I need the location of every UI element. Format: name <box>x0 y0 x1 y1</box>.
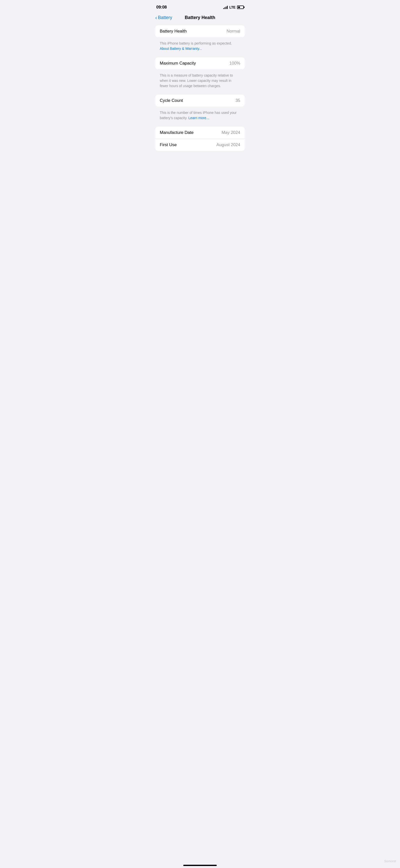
about-battery-link[interactable]: About Battery & Warranty... <box>160 46 202 51</box>
maximum-capacity-value: 100% <box>230 61 240 66</box>
section-gap-1 <box>155 55 245 57</box>
maximum-capacity-card: Maximum Capacity 100% <box>155 57 245 69</box>
signal-bar-3 <box>226 6 227 9</box>
nav-bar: ‹ Battery Battery Health <box>151 13 249 23</box>
manufacture-date-value: May 2024 <box>222 130 240 135</box>
cycle-count-row: Cycle Count 35 <box>155 95 245 106</box>
dates-card: Manufacture Date May 2024 First Use Augu… <box>155 127 245 151</box>
back-button-label: Battery <box>158 15 172 20</box>
status-time: 09:08 <box>156 5 167 10</box>
battery-health-description: This iPhone battery is performing as exp… <box>155 39 245 55</box>
battery-status-icon <box>237 5 244 9</box>
cycle-count-value: 35 <box>235 98 240 103</box>
first-use-row: First Use August 2024 <box>155 139 245 151</box>
battery-health-row: Battery Health Normal <box>155 25 245 37</box>
page-title: Battery Health <box>185 15 215 20</box>
signal-bar-2 <box>225 7 225 9</box>
lte-label: LTE <box>229 5 235 9</box>
chevron-left-icon: ‹ <box>155 15 157 20</box>
maximum-capacity-description: This is a measure of battery capacity re… <box>155 71 245 92</box>
cycle-count-card: Cycle Count 35 <box>155 95 245 106</box>
back-button[interactable]: ‹ Battery <box>155 15 180 20</box>
signal-bars-icon <box>223 5 228 9</box>
section-gap-3 <box>155 124 245 127</box>
first-use-value: August 2024 <box>216 143 240 148</box>
manufacture-date-row: Manufacture Date May 2024 <box>155 127 245 139</box>
battery-health-card: Battery Health Normal <box>155 25 245 37</box>
battery-health-value: Normal <box>227 29 240 34</box>
learn-more-link[interactable]: Learn more... <box>188 116 209 120</box>
first-use-label: First Use <box>160 143 177 148</box>
status-bar: 09:08 LTE <box>151 0 249 13</box>
battery-health-label: Battery Health <box>160 29 187 34</box>
maximum-capacity-label: Maximum Capacity <box>160 61 196 66</box>
cycle-count-description: This is the number of times iPhone has u… <box>155 108 245 124</box>
battery-fill <box>238 6 240 8</box>
cycle-count-label: Cycle Count <box>160 98 183 103</box>
signal-bar-4 <box>227 6 228 9</box>
signal-bar-1 <box>223 8 224 9</box>
section-gap-2 <box>155 92 245 95</box>
status-icons: LTE <box>223 5 244 9</box>
content-area: Battery Health Normal This iPhone batter… <box>151 23 249 155</box>
maximum-capacity-row: Maximum Capacity 100% <box>155 57 245 69</box>
battery-body <box>237 5 244 9</box>
manufacture-date-label: Manufacture Date <box>160 130 194 135</box>
